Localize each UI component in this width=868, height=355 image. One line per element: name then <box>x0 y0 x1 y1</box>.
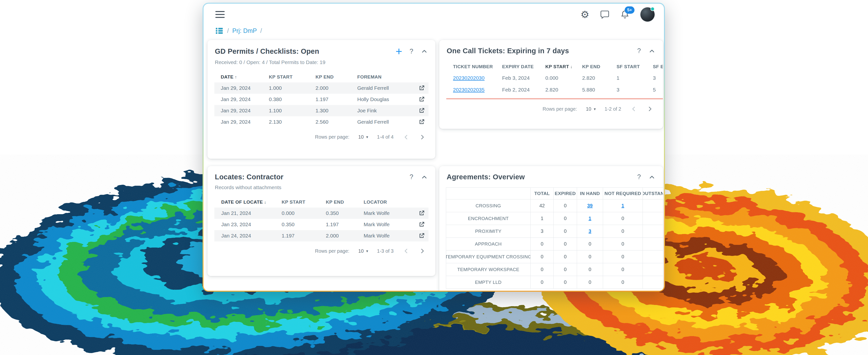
settings-icon[interactable]: ⚙ <box>581 9 589 20</box>
col-kp-start[interactable]: KP START↓ <box>545 64 582 69</box>
breadcrumb-separator: / <box>260 27 262 34</box>
sort-desc-icon: ↓ <box>264 200 267 204</box>
top-bar: ⚙ 5+ <box>204 4 664 25</box>
rows-per-page-label: Rows per page: <box>315 134 349 140</box>
table-row: PROXIMITY 3 0 3 0 <box>446 225 663 238</box>
collapse-button[interactable] <box>421 47 428 55</box>
add-button[interactable]: + <box>396 47 402 56</box>
open-record-button[interactable] <box>418 85 429 92</box>
rows-per-page-select[interactable]: 10▾ <box>358 134 368 140</box>
avatar[interactable] <box>640 7 655 22</box>
help-button[interactable]: ? <box>409 173 413 181</box>
cell-sf-start: 1 <box>617 75 653 81</box>
in-hand-link[interactable]: 39 <box>587 203 592 208</box>
rows-per-page-label: Rows per page: <box>315 248 349 254</box>
agreements-table: TOTAL EXPIRED IN HAND NOT REQUIRED OUTST… <box>446 188 663 289</box>
cell-date: Jan 29, 2024 <box>221 85 269 91</box>
cell-sf-start: 3 <box>617 87 653 93</box>
desktop: ⚙ 5+ / <box>0 0 868 355</box>
col-kp-end[interactable]: KP END <box>326 199 364 205</box>
col-sf-start[interactable]: SF START <box>617 64 653 69</box>
locates-table: DATE OF LOCATE↓ KP START KP END LOCATOR … <box>214 197 429 241</box>
cell-foreman: Holly Douglas <box>357 96 414 102</box>
card-title: GD Permits / Checklists: Open <box>215 47 319 56</box>
col-kp-end[interactable]: KP END <box>582 64 617 69</box>
open-record-button[interactable] <box>418 119 429 125</box>
open-record-button[interactable] <box>418 210 429 217</box>
previous-page-button[interactable] <box>402 133 410 141</box>
tickets-table: TICKET NUMBER EXPIRY DATE KP START↓ KP E… <box>446 61 663 96</box>
menu-bar <box>215 11 225 12</box>
caret-down-icon: ▾ <box>366 249 368 253</box>
cell-kp-end: 2.560 <box>315 119 357 125</box>
cell-date: Jan 29, 2024 <box>221 119 269 125</box>
notification-badge: 5+ <box>625 6 634 14</box>
cell-date: Jan 24, 2024 <box>221 233 282 239</box>
pagination-range: 1-2 of 2 <box>604 106 621 112</box>
col-agreement-type <box>446 188 531 199</box>
cell-kp-end: 1.197 <box>315 96 357 102</box>
open-in-new-icon <box>418 221 425 228</box>
open-record-button[interactable] <box>418 221 429 228</box>
tickets-card: One Call Tickets: Expiring in 7 days ? T… <box>439 40 663 129</box>
col-foreman[interactable]: FOREMAN <box>357 74 414 80</box>
collapse-button[interactable] <box>421 173 428 181</box>
collapse-button[interactable] <box>648 173 656 181</box>
menu-bar <box>215 14 225 15</box>
rows-per-page-select[interactable]: 10▾ <box>586 106 596 112</box>
table-row: TEMPORARY WORKSPACE 0 0 0 0 <box>446 263 663 276</box>
pagination: Rows per page: 10▾ 1-3 of 3 <box>208 241 435 260</box>
col-sf-end[interactable]: SF END <box>653 64 663 69</box>
menu-button[interactable] <box>215 11 225 18</box>
cell-kp-start: 1.197 <box>282 233 326 239</box>
next-page-button[interactable] <box>418 247 426 255</box>
cell-kp-start: 0.000 <box>545 75 582 81</box>
previous-page-button[interactable] <box>630 105 638 112</box>
in-hand-link[interactable]: 1 <box>589 216 591 221</box>
help-button[interactable]: ? <box>637 47 641 55</box>
collapse-button[interactable] <box>648 47 656 55</box>
ticket-link[interactable]: 20230202035 <box>453 87 502 93</box>
open-record-button[interactable] <box>418 232 429 239</box>
notifications-icon[interactable]: 5+ <box>620 10 629 19</box>
col-kp-start[interactable]: KP START <box>269 74 315 80</box>
cell-date: Jan 29, 2024 <box>221 108 269 114</box>
previous-page-button[interactable] <box>402 247 410 255</box>
next-page-button[interactable] <box>646 105 654 112</box>
help-button[interactable]: ? <box>409 47 413 55</box>
cell-kp-end: 2.000 <box>326 233 364 239</box>
breadcrumb-project-link[interactable]: Prj: DmP <box>232 27 257 34</box>
col-expiry-date[interactable]: EXPIRY DATE <box>502 64 545 69</box>
caret-down-icon: ▾ <box>594 107 596 111</box>
cell-locator: Mark Wolfe <box>364 222 414 227</box>
cell-kp-end: 5.880 <box>582 87 617 93</box>
open-in-new-icon <box>418 119 425 125</box>
col-kp-end[interactable]: KP END <box>315 74 357 80</box>
rows-per-page-select[interactable]: 10▾ <box>358 248 368 254</box>
cell-expiry: Feb 2, 2024 <box>502 87 545 93</box>
col-date-of-locate[interactable]: DATE OF LOCATE↓ <box>221 199 282 205</box>
help-button[interactable]: ? <box>637 173 641 181</box>
list-icon[interactable] <box>215 26 224 35</box>
col-locator[interactable]: LOCATOR <box>364 199 414 205</box>
next-page-button[interactable] <box>418 133 426 141</box>
table-row: TEMPORARY EQUIPMENT CROSSING 0 0 0 0 <box>446 251 663 263</box>
cell-kp-start: 2.130 <box>269 119 315 125</box>
col-ticket-number[interactable]: TICKET NUMBER <box>453 64 502 69</box>
table-row: ENCROACHMENT 1 0 1 0 <box>446 212 663 225</box>
open-record-button[interactable] <box>418 107 429 114</box>
open-record-button[interactable] <box>418 96 429 103</box>
cell-sf-end: 3 <box>653 75 663 81</box>
permits-table: DATE↑ KP START KP END FOREMAN Jan 29, 20… <box>214 72 429 128</box>
in-hand-link[interactable]: 3 <box>589 228 591 234</box>
cell-kp-start: 0.350 <box>282 222 326 227</box>
not-required-link[interactable]: 1 <box>621 203 624 208</box>
ticket-link[interactable]: 20230202030 <box>453 75 502 81</box>
col-date[interactable]: DATE↑ <box>221 74 269 80</box>
open-in-new-icon <box>418 85 425 92</box>
table-header-row: DATE OF LOCATE↓ KP START KP END LOCATOR <box>214 197 429 207</box>
chat-icon[interactable] <box>600 10 610 19</box>
cell-kp-start: 0.380 <box>269 96 315 102</box>
col-kp-start[interactable]: KP START <box>282 199 326 205</box>
pagination-range: 1-3 of 3 <box>377 248 394 254</box>
